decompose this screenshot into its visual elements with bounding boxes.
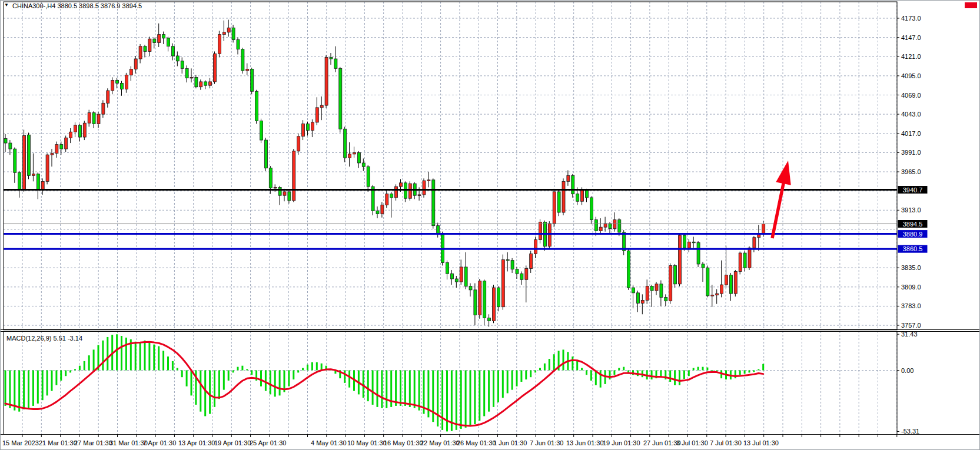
bear-candle-body — [665, 297, 667, 301]
bear-candle-body — [474, 290, 477, 315]
bear-candle-body — [660, 284, 663, 298]
bull-candle-body — [493, 288, 496, 321]
time-label: 26 May 01:30 — [457, 439, 496, 446]
bull-candle-body — [646, 286, 649, 301]
bull-candle-body — [762, 224, 765, 235]
bear-candle-body — [4, 139, 7, 144]
macd-tick-label: -53.31 — [901, 428, 919, 435]
bull-candle-body — [562, 181, 565, 212]
bull-candle-body — [669, 265, 672, 301]
bear-candle-body — [516, 269, 519, 274]
bear-candle-body — [729, 275, 732, 294]
bear-candle-body — [511, 261, 514, 269]
time-label: 27 Mar 01:30 — [74, 439, 112, 446]
price-tick-label: 3835.0 — [901, 264, 921, 271]
price-level-box-label: 3880.9 — [903, 231, 923, 238]
chart-canvas[interactable]: MACD(12,26,9) 5.51 -3.144173.04147.04121… — [1, 1, 980, 450]
bear-candle-body — [674, 265, 677, 284]
bear-candle-body — [92, 113, 95, 124]
bear-candle-body — [269, 168, 272, 188]
bull-candle-body — [83, 123, 86, 137]
bull-candle-body — [408, 184, 411, 198]
bear-candle-body — [590, 198, 593, 220]
bull-candle-body — [283, 192, 286, 195]
bull-candle-body — [246, 69, 249, 71]
bull-candle-body — [111, 80, 114, 91]
bull-candle-body — [400, 183, 403, 186]
bull-candle-body — [88, 113, 91, 124]
price-tick-label: 4069.0 — [901, 92, 921, 99]
price-level-box-label: 3940.7 — [903, 186, 923, 194]
bear-candle-body — [78, 125, 81, 137]
bear-candle-body — [376, 211, 379, 214]
bull-candle-body — [679, 235, 682, 284]
bear-candle-body — [520, 274, 523, 279]
bull-candle-body — [534, 240, 537, 254]
bear-candle-body — [557, 192, 560, 212]
bull-candle-body — [460, 267, 463, 282]
bear-candle-body — [185, 68, 188, 78]
bull-candle-body — [311, 122, 314, 131]
bear-candle-body — [623, 232, 626, 251]
bull-candle-body — [129, 69, 132, 75]
bull-candle-body — [530, 254, 533, 268]
time-label: 7 Apr 01:30 — [143, 439, 176, 446]
bear-candle-body — [450, 274, 453, 279]
bull-candle-body — [69, 132, 72, 138]
bear-candle-body — [692, 242, 695, 243]
bear-candle-body — [618, 220, 621, 232]
chart-background — [1, 1, 980, 450]
bear-candle-body — [162, 35, 165, 38]
time-label: 31 Mar 01:30 — [109, 439, 148, 446]
bull-candle-body — [315, 108, 318, 122]
bear-candle-body — [650, 286, 653, 291]
bull-candle-body — [748, 248, 751, 268]
bear-candle-body — [339, 68, 342, 129]
bear-candle-body — [432, 180, 435, 226]
bear-candle-body — [390, 194, 393, 198]
bear-candle-body — [506, 259, 509, 261]
bear-candle-body — [627, 251, 630, 288]
price-tick-label: 4043.0 — [901, 111, 921, 118]
bull-candle-body — [753, 238, 756, 248]
bull-candle-body — [23, 136, 26, 190]
time-label: 10 May 01:30 — [347, 439, 387, 446]
bull-candle-body — [353, 152, 356, 154]
bull-candle-body — [641, 300, 644, 303]
time-label: 1 Jun 01:30 — [493, 439, 527, 446]
bull-candle-body — [227, 28, 230, 32]
bull-candle-body — [302, 124, 305, 136]
bull-candle-body — [711, 295, 714, 296]
time-label: 27 Jun 01:30 — [643, 439, 681, 446]
bull-candle-body — [716, 294, 719, 295]
bull-candle-body — [548, 224, 551, 246]
bear-candle-body — [171, 46, 174, 56]
bull-candle-body — [218, 35, 221, 54]
time-label: 7 Jun 01:30 — [530, 439, 564, 446]
bull-candle-body — [739, 253, 742, 271]
bull-candle-body — [134, 59, 137, 69]
bull-candle-body — [395, 186, 398, 198]
bear-candle-body — [36, 174, 39, 191]
bull-candle-body — [479, 281, 481, 315]
bear-candle-body — [586, 190, 589, 198]
chart-title-ohlc: CHINA300-,H4 3880.5 3898.5 3876.9 3894.5 — [12, 2, 142, 9]
price-tick-label: 4017.0 — [901, 130, 921, 137]
bull-candle-body — [107, 91, 109, 103]
bear-candle-body — [334, 59, 337, 68]
bear-candle-body — [153, 39, 156, 42]
bear-candle-body — [260, 121, 263, 140]
time-label: 16 May 01:30 — [384, 439, 423, 446]
price-tick-label: 3757.0 — [901, 322, 921, 329]
bear-candle-body — [204, 82, 207, 85]
bear-candle-body — [344, 129, 347, 158]
bear-candle-body — [167, 38, 170, 46]
bear-candle-body — [357, 152, 360, 163]
bull-candle-body — [190, 77, 193, 78]
time-label: 4 May 01:30 — [311, 439, 347, 446]
bull-candle-body — [214, 54, 217, 82]
bull-candle-body — [553, 192, 556, 224]
dropdown-triangle-icon[interactable]: ▼ — [4, 2, 9, 8]
bull-candle-body — [655, 284, 658, 291]
time-label: 22 May 01:30 — [420, 439, 460, 446]
